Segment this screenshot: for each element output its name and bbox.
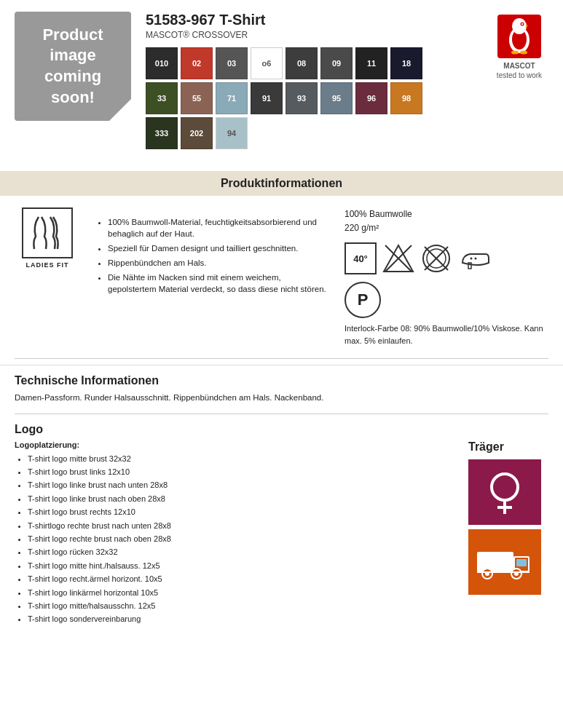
logo-content: Logoplatzierung: T-shirt logo mitte brus… bbox=[15, 440, 548, 628]
logo-section: Logo Logoplatzierung: T-shirt logo mitte… bbox=[0, 414, 563, 636]
care-icons: 40° bbox=[345, 242, 548, 274]
tech-text: Damen-Passform. Runder Halsausschnitt. R… bbox=[15, 392, 548, 404]
logo-placement-item: T-shirtlogo rechte brust nach unten 28x8 bbox=[28, 521, 454, 531]
logo-placement-item: T-shirt logo linke brust nach oben 28x8 bbox=[28, 494, 454, 505]
logo-placement-item: T-shirt logo mitte hint./halsauss. 12x5 bbox=[28, 561, 454, 571]
traeger-section: Träger bbox=[468, 440, 548, 628]
swatch-333[interactable]: 333 bbox=[146, 117, 178, 149]
mascot-bird-icon bbox=[497, 15, 541, 58]
logo-placement-item: T-shirt logo recht.ärmel horizont. 10x5 bbox=[28, 574, 454, 585]
svg-rect-22 bbox=[477, 552, 513, 572]
material-info: 100% Baumwolle 220 g/m² bbox=[345, 207, 548, 235]
swatch-91[interactable]: 91 bbox=[251, 82, 283, 114]
svg-point-19 bbox=[492, 474, 518, 500]
svg-rect-25 bbox=[516, 559, 527, 566]
swatch-55[interactable]: 55 bbox=[181, 82, 213, 114]
color-row-3: 333 202 94 bbox=[146, 117, 476, 149]
logo-title: Logo bbox=[15, 423, 548, 436]
ladies-fit-svg bbox=[25, 211, 69, 255]
svg-point-5 bbox=[521, 23, 523, 25]
swatch-11[interactable]: 11 bbox=[355, 47, 387, 79]
bullet-list: 100% Baumwoll-Material, feuchtigkeitsabs… bbox=[95, 216, 330, 296]
swatch-18[interactable]: 18 bbox=[390, 47, 422, 79]
svg-point-18 bbox=[475, 258, 477, 260]
product-info: 51583-967 T-Shirt MASCOT® CROSSOVER 010 … bbox=[146, 12, 476, 149]
swatch-93[interactable]: 93 bbox=[286, 82, 318, 114]
bullet-item: Rippenbündchen am Hals. bbox=[108, 257, 330, 269]
swatch-98[interactable]: 98 bbox=[390, 82, 422, 114]
svg-point-7 bbox=[511, 51, 519, 55]
bullet-item: 100% Baumwoll-Material, feuchtigkeitsabs… bbox=[108, 216, 330, 240]
product-image: Productimagecomingsoon! bbox=[15, 12, 131, 121]
traeger-title: Träger bbox=[468, 440, 548, 454]
color-row-1: 010 02 03 o6 08 09 11 18 bbox=[146, 47, 476, 79]
logo-placement-item: T-shirt logo rücken 32x32 bbox=[28, 547, 454, 558]
mascot-tagline: MASCOT tested to work bbox=[497, 61, 542, 80]
logo-placement-label: Logoplatzierung: bbox=[15, 440, 454, 449]
divider-1 bbox=[15, 358, 548, 359]
swatch-96[interactable]: 96 bbox=[355, 82, 387, 114]
swatch-33[interactable]: 33 bbox=[146, 82, 178, 114]
ladies-fit-icon bbox=[22, 207, 73, 258]
tech-title: Technische Informationen bbox=[15, 374, 548, 387]
traeger-female-icon bbox=[468, 459, 541, 525]
logo-left: Logoplatzierung: T-shirt logo mitte brus… bbox=[15, 440, 454, 628]
svg-point-3 bbox=[512, 18, 527, 34]
produktinfo-header: Produktinformationen bbox=[0, 171, 563, 196]
color-row-2: 33 55 71 91 93 95 96 98 bbox=[146, 82, 476, 114]
wash-icon: 40° bbox=[345, 242, 377, 274]
product-subtitle: MASCOT® CROSSOVER bbox=[146, 30, 476, 40]
swatch-95[interactable]: 95 bbox=[320, 82, 353, 114]
bullet-item: Speziell für Damen designt und tailliert… bbox=[108, 242, 330, 254]
dry-clean-icon: P bbox=[345, 282, 381, 318]
swatch-09[interactable]: 09 bbox=[320, 47, 353, 79]
no-bleach-icon bbox=[382, 242, 414, 274]
swatch-02[interactable]: 02 bbox=[181, 47, 213, 79]
produktinfo-body: LADIES FIT 100% Baumwoll-Material, feuch… bbox=[0, 196, 563, 358]
logo-placement-item: T-shirt logo mitte/halsausschn. 12x5 bbox=[28, 601, 454, 612]
swatch-06[interactable]: o6 bbox=[251, 47, 283, 79]
color-grid: 010 02 03 o6 08 09 11 18 33 55 71 91 93 … bbox=[146, 47, 476, 149]
svg-point-17 bbox=[471, 258, 473, 260]
logo-placements-list: T-shirt logo mitte brust 32x32 T-shirt l… bbox=[15, 454, 454, 625]
logo-placement-item: T-shirt logo sondervereinbarung bbox=[28, 614, 454, 625]
produktinfo-left: 100% Baumwoll-Material, feuchtigkeitsabs… bbox=[95, 207, 330, 347]
iron-icon bbox=[458, 242, 490, 274]
interlock-info: Interlock-Farbe 08: 90% Baumwolle/10% Vi… bbox=[345, 323, 548, 347]
product-title: 51583-967 T-Shirt bbox=[146, 12, 476, 28]
logo-placement-item: T-shirt logo brust rechts 12x10 bbox=[28, 507, 454, 518]
no-tumble-icon bbox=[420, 242, 452, 274]
bullet-item: Die Nähte im Nacken sind mit einem weich… bbox=[108, 272, 330, 295]
logo-placement-item: T-shirt logo brust links 12x10 bbox=[28, 467, 454, 478]
logo-placement-item: T-shirt logo mitte brust 32x32 bbox=[28, 454, 454, 464]
swatch-202[interactable]: 202 bbox=[181, 117, 213, 149]
swatch-71[interactable]: 71 bbox=[216, 82, 248, 114]
swatch-03[interactable]: 03 bbox=[216, 47, 248, 79]
mascot-logo-block: MASCOT tested to work bbox=[490, 12, 548, 80]
swatch-94[interactable]: 94 bbox=[216, 117, 248, 149]
tech-section: Technische Informationen Damen-Passform.… bbox=[0, 365, 563, 413]
ladies-fit-block: LADIES FIT bbox=[15, 207, 80, 347]
ladies-fit-label: LADIES FIT bbox=[26, 261, 69, 269]
logo-placement-item: T-shirt logo rechte brust nach oben 28x8 bbox=[28, 534, 454, 545]
product-image-text: Productimagecomingsoon! bbox=[42, 25, 103, 108]
produktinfo-right: 100% Baumwolle 220 g/m² 40° bbox=[345, 207, 548, 347]
top-section: Productimagecomingsoon! 51583-967 T-Shir… bbox=[0, 0, 563, 157]
logo-placement-item: T-shirt logo linke brust nach unten 28x8 bbox=[28, 480, 454, 491]
swatch-08[interactable]: 08 bbox=[286, 47, 318, 79]
traeger-truck-icon bbox=[468, 529, 541, 595]
svg-point-8 bbox=[520, 51, 527, 55]
swatch-010[interactable]: 010 bbox=[146, 47, 178, 79]
logo-placement-item: T-shirt logo linkärmel horizontal 10x5 bbox=[28, 587, 454, 598]
